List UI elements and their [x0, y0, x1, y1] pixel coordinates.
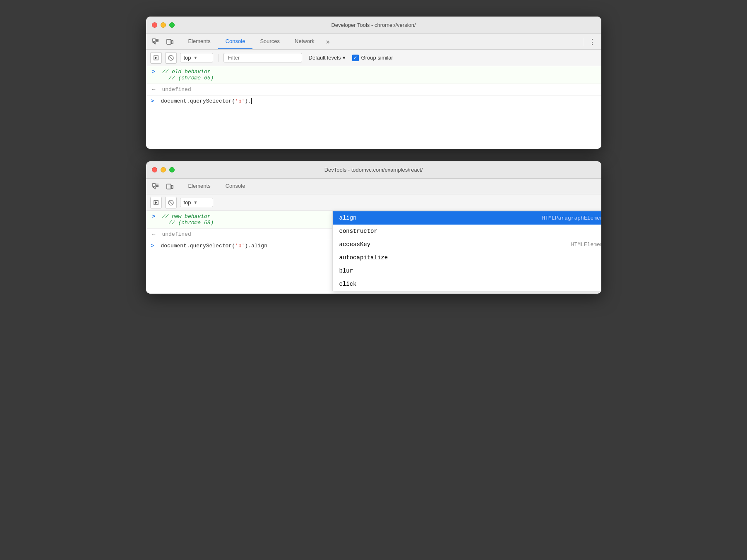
code-completion-2: align — [251, 243, 267, 249]
maximize-button[interactable] — [169, 22, 175, 28]
prompt-1: > — [152, 69, 159, 75]
ac-name-align: align — [339, 215, 357, 221]
autocomplete-item-constructor[interactable]: constructor — [333, 225, 601, 238]
inspector-icon[interactable] — [149, 36, 162, 48]
maximize-button-2[interactable] — [169, 167, 175, 172]
execute-button-2[interactable] — [150, 197, 162, 208]
toolbar-separator-1 — [218, 54, 219, 62]
close-button-2[interactable] — [152, 167, 157, 172]
context-value-1: top — [184, 55, 191, 61]
context-arrow-1: ▼ — [194, 55, 198, 60]
ac-name-accesskey: accessKey — [339, 241, 371, 248]
svg-rect-0 — [167, 39, 171, 44]
code-prefix-1: document.querySelector( — [161, 98, 235, 104]
context-value-2: top — [184, 199, 191, 206]
code-1: // old behavior // (chrome 66) — [162, 69, 214, 81]
close-button[interactable] — [152, 22, 157, 28]
ac-name-constructor: constructor — [339, 228, 377, 235]
clear-button-1[interactable] — [165, 52, 177, 64]
more-tabs-1[interactable]: » — [322, 34, 334, 49]
tab-sources-1[interactable]: Sources — [252, 34, 287, 49]
autocomplete-dropdown: align HTMLParagraphElement constructor a… — [332, 211, 601, 291]
tab-bar-2: Elements Console — [146, 179, 601, 194]
ac-type-align: HTMLParagraphElement — [542, 215, 601, 221]
ac-name-blur: blur — [339, 268, 353, 274]
output-text-1: undefined — [162, 86, 191, 93]
ac-name-autocapitalize: autocapitalize — [339, 254, 388, 261]
device-icon-2[interactable] — [163, 181, 176, 192]
toolbar-2: top ▼ — [146, 194, 601, 211]
prompt-2: > — [152, 213, 159, 220]
tab-list-2: Elements Console — [181, 179, 598, 194]
code-suffix-1: ). — [245, 98, 251, 104]
autocomplete-item-blur[interactable]: blur — [333, 264, 601, 278]
cursor-1 — [251, 98, 252, 104]
devtools-window-2: DevTools - todomvc.com/examples/react/ — [146, 161, 601, 294]
autocomplete-item-align[interactable]: align HTMLParagraphElement — [333, 211, 601, 225]
window-title-2: DevTools - todomvc.com/examples/react/ — [324, 167, 423, 173]
group-similar-area-1[interactable]: ✓ Group similar — [352, 55, 393, 61]
svg-marker-3 — [155, 57, 157, 59]
tab-network-1[interactable]: Network — [287, 34, 322, 49]
tab-elements-1[interactable]: Elements — [181, 34, 218, 49]
code-string-1: 'p' — [235, 98, 245, 104]
console-area-2: > // new behavior // (chrome 68) ← undef… — [146, 211, 601, 294]
execute-button-1[interactable] — [150, 52, 162, 64]
code-suffix-2: ). — [245, 243, 251, 249]
toolbar-1: top ▼ Default levels ▾ ✓ Group similar — [146, 50, 601, 66]
tab-console-2[interactable]: Console — [218, 179, 253, 194]
svg-line-5 — [169, 56, 173, 60]
inspector-icon-2[interactable] — [149, 181, 162, 192]
prompt-active-2: > — [151, 243, 158, 249]
traffic-lights-2 — [152, 167, 175, 172]
title-bar-1: Developer Tools - chrome://version/ — [146, 17, 601, 34]
tab-bar-1: Elements Console Sources Network » ⋮ — [146, 34, 601, 50]
ac-name-click: click — [339, 281, 357, 287]
prompt-back-2: ← — [152, 231, 159, 237]
devtools-window-1: Developer Tools - chrome://version/ — [146, 17, 601, 149]
prompt-back-1: ← — [152, 86, 159, 93]
output-text-2: undefined — [162, 231, 191, 237]
console-area-1: > // old behavior // (chrome 66) ← undef… — [146, 66, 601, 149]
console-output-1: ← undefined — [146, 84, 601, 96]
code-prefix-2: document.querySelector( — [161, 243, 235, 249]
code-2: // new behavior // (chrome 68) — [162, 213, 214, 226]
ac-type-accesskey: HTMLElement — [571, 242, 601, 248]
group-similar-label-1: Group similar — [361, 55, 393, 61]
context-select-1[interactable]: top ▼ — [180, 53, 213, 62]
devtools-menu-1[interactable]: ⋮ — [586, 36, 598, 48]
svg-line-11 — [169, 201, 173, 204]
levels-label-1: Default levels — [309, 55, 341, 61]
traffic-lights-1 — [152, 22, 175, 28]
svg-marker-9 — [155, 201, 157, 204]
console-input-1[interactable]: > document.querySelector('p'). — [146, 96, 601, 107]
minimize-button-2[interactable] — [161, 167, 166, 172]
tab-icons-2 — [149, 181, 176, 192]
svg-rect-6 — [167, 184, 171, 189]
default-levels-1[interactable]: Default levels ▾ — [305, 53, 349, 62]
tab-console-1[interactable]: Console — [218, 34, 253, 49]
levels-arrow-1: ▾ — [343, 55, 346, 61]
minimize-button[interactable] — [161, 22, 166, 28]
tab-separator-1 — [583, 38, 583, 46]
svg-rect-1 — [171, 41, 173, 44]
window-title-1: Developer Tools - chrome://version/ — [331, 22, 416, 28]
prompt-active-1: > — [151, 98, 158, 104]
console-entry-1: > // old behavior // (chrome 66) — [146, 66, 601, 84]
clear-button-2[interactable] — [165, 197, 177, 208]
autocomplete-item-click[interactable]: click — [333, 278, 601, 291]
tab-icons-1 — [149, 36, 176, 48]
group-similar-checkbox-1[interactable]: ✓ — [352, 55, 359, 61]
autocomplete-item-accesskey[interactable]: accessKey HTMLElement — [333, 238, 601, 251]
svg-rect-7 — [171, 185, 173, 189]
device-icon[interactable] — [163, 36, 176, 48]
context-select-2[interactable]: top ▼ — [180, 198, 213, 207]
autocomplete-item-autocapitalize[interactable]: autocapitalize — [333, 251, 601, 264]
title-bar-2: DevTools - todomvc.com/examples/react/ — [146, 161, 601, 179]
tab-elements-2[interactable]: Elements — [181, 179, 218, 194]
context-arrow-2: ▼ — [194, 200, 198, 205]
code-string-2: 'p' — [235, 243, 245, 249]
filter-input-1[interactable] — [223, 53, 302, 62]
tab-list-1: Elements Console Sources Network » — [181, 34, 579, 49]
